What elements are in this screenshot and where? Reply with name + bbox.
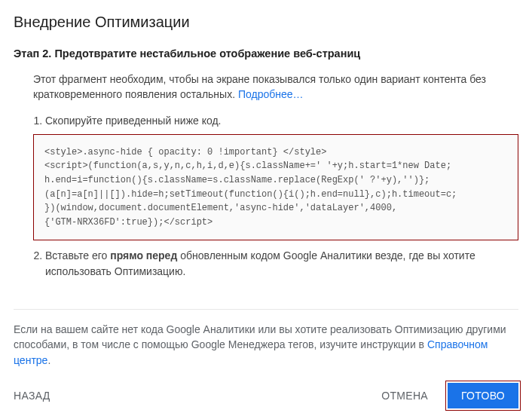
help-note: Если на вашем сайте нет кода Google Анал…	[14, 309, 518, 368]
learn-more-link[interactable]: Подробнее…	[238, 88, 304, 100]
step-item-2-prefix: Вставьте его	[45, 249, 110, 261]
step-list: Скопируйте приведенный ниже код. <style>…	[14, 113, 518, 286]
done-button[interactable]: ГОТОВО	[448, 383, 518, 408]
step-intro: Этот фрагмент необходим, чтобы на экране…	[14, 72, 518, 102]
step-heading: Этап 2. Предотвратите нестабильное отобр…	[14, 47, 518, 60]
step-item-2-bold: прямо перед	[110, 249, 177, 261]
dialog-actions: НАЗАД ОТМЕНА ГОТОВО	[14, 383, 518, 408]
help-note-suffix: .	[47, 354, 50, 366]
step-item-1: Скопируйте приведенный ниже код. <style>…	[45, 113, 518, 241]
dialog-title: Внедрение Оптимизации	[14, 14, 518, 31]
step-item-2: Вставьте его прямо перед обновленным код…	[45, 248, 518, 279]
back-button[interactable]: НАЗАД	[14, 383, 63, 408]
code-snippet[interactable]: <style>.async-hide { opacity: 0 !importa…	[33, 134, 518, 241]
step-item-1-text: Скопируйте приведенный ниже код.	[45, 115, 222, 127]
cancel-button[interactable]: ОТМЕНА	[369, 383, 440, 408]
